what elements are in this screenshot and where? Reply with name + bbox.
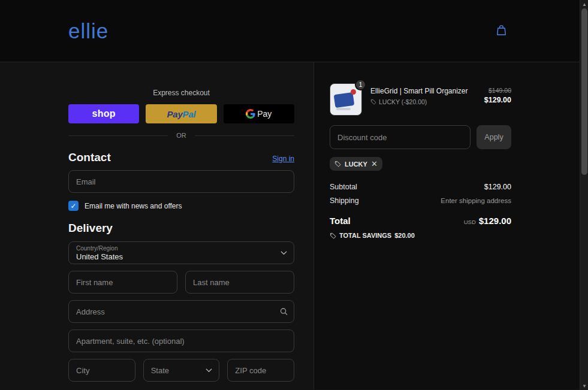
product-image-art (336, 108, 351, 110)
remove-discount-button[interactable]: ✕ (371, 160, 378, 168)
name-row (68, 271, 294, 294)
search-icon (280, 308, 288, 316)
total-savings-row: TOTAL SAVINGS $20.00 (330, 232, 511, 239)
address-field-wrap (68, 300, 294, 323)
total-row: Total USD $129.00 (330, 216, 511, 226)
paypal-label-pay: Pay (167, 109, 182, 119)
line-item-prices: $149.00 $129.00 (484, 83, 511, 104)
shop-pay-button[interactable]: shop (68, 104, 139, 123)
totals: Subtotal $129.00 Shipping Enter shipping… (330, 183, 511, 239)
total-amount: USD $129.00 (464, 216, 511, 226)
cart-button[interactable] (493, 22, 510, 41)
original-price: $149.00 (484, 87, 511, 94)
paypal-button[interactable]: PayPal (146, 104, 216, 123)
shop-pay-label: shop (92, 108, 115, 119)
newsletter-opt-in[interactable]: ✓ Email me with news and offers (68, 201, 294, 211)
applied-discounts: LUCKY ✕ (330, 157, 511, 171)
total-label: Total (330, 216, 351, 226)
checkout-form: Express checkout shop PayPal (0, 62, 313, 389)
state-select-value: State (151, 366, 203, 375)
discount-code-input[interactable] (330, 125, 471, 149)
newsletter-checkbox[interactable]: ✓ (68, 201, 79, 211)
total-value: $129.00 (479, 216, 511, 226)
chevron-down-icon (281, 251, 287, 255)
product-image-art (334, 92, 355, 108)
divider-line (68, 135, 168, 136)
product-thumbnail: 1 (330, 83, 362, 116)
order-summary: 1 EllieGrid | Smart Pill Organizer LU (313, 62, 580, 389)
scrollbar-thumb[interactable] (581, 8, 587, 175)
scroll-down-arrow-icon[interactable]: ▼ (580, 382, 588, 390)
line-item-discount: LUCKY (-$20.00) (370, 98, 476, 105)
divider-line (195, 135, 294, 136)
google-pay-button[interactable]: Pay (224, 104, 294, 123)
last-name-input[interactable] (185, 271, 294, 294)
store-logo[interactable]: ellie (68, 19, 108, 43)
delivery-heading: Delivery (68, 222, 294, 235)
discount-note: LUCKY (-$20.00) (379, 98, 427, 105)
vertical-scrollbar[interactable]: ▲ ▼ (580, 0, 588, 390)
country-select-value: United States (76, 252, 277, 261)
header: ellie (0, 0, 580, 62)
subtotal-value: $129.00 (484, 183, 511, 191)
checkout-columns: Express checkout shop PayPal (0, 62, 580, 389)
currency-code: USD (464, 219, 476, 225)
city-input[interactable] (68, 359, 135, 382)
tag-icon (334, 161, 341, 167)
contact-heading: Contact (68, 151, 111, 164)
express-checkout-buttons: shop PayPal (68, 104, 294, 123)
country-select[interactable]: Country/Region United States (68, 241, 294, 264)
contact-section-head: Contact Sign in (68, 151, 294, 164)
zip-input[interactable] (227, 359, 294, 382)
google-pay-label: Pay (257, 109, 272, 119)
checkout-viewport: ellie Express checkout shop (0, 0, 580, 390)
apartment-input[interactable] (68, 329, 294, 352)
subtotal-label: Subtotal (330, 183, 357, 191)
chevron-down-icon (206, 368, 212, 373)
savings-label: TOTAL SAVINGS (339, 232, 391, 239)
savings-value: $20.00 (394, 232, 415, 239)
quantity-badge: 1 (355, 79, 366, 90)
subtotal-row: Subtotal $129.00 (330, 183, 511, 191)
shopping-bag-icon (495, 24, 508, 38)
scroll-up-arrow-icon[interactable]: ▲ (580, 0, 588, 8)
first-name-input[interactable] (68, 271, 177, 294)
email-input[interactable] (68, 170, 294, 193)
tag-icon (330, 232, 336, 239)
shipping-value: Enter shipping address (441, 197, 511, 204)
sign-in-link[interactable]: Sign in (272, 155, 294, 163)
product-info: EllieGrid | Smart Pill Organizer LUCKY (… (370, 83, 476, 105)
discount-chip-label: LUCKY (345, 161, 367, 168)
shipping-label: Shipping (330, 196, 359, 205)
product-image-art (351, 89, 356, 95)
tag-icon (370, 99, 376, 105)
discount-chip: LUCKY ✕ (330, 157, 382, 171)
city-state-zip-row: State (68, 359, 294, 382)
checkout-page: ellie Express checkout shop (0, 0, 588, 390)
country-select-label: Country/Region (76, 245, 277, 252)
or-divider: OR (68, 132, 294, 139)
state-select[interactable]: State (143, 359, 220, 382)
current-price: $129.00 (484, 96, 511, 104)
apply-discount-button[interactable]: Apply (477, 125, 511, 149)
address-input[interactable] (68, 300, 294, 323)
cart-line-item: 1 EllieGrid | Smart Pill Organizer LU (330, 83, 511, 116)
product-title: EllieGrid | Smart Pill Organizer (370, 87, 476, 95)
discount-code-row: Apply (330, 125, 511, 149)
express-checkout-label: Express checkout (68, 89, 294, 97)
newsletter-label: Email me with news and offers (85, 202, 182, 210)
google-g-icon (246, 109, 255, 119)
paypal-label-pal: Pal (183, 109, 196, 119)
shipping-row: Shipping Enter shipping address (330, 196, 511, 205)
or-text: OR (176, 132, 186, 139)
